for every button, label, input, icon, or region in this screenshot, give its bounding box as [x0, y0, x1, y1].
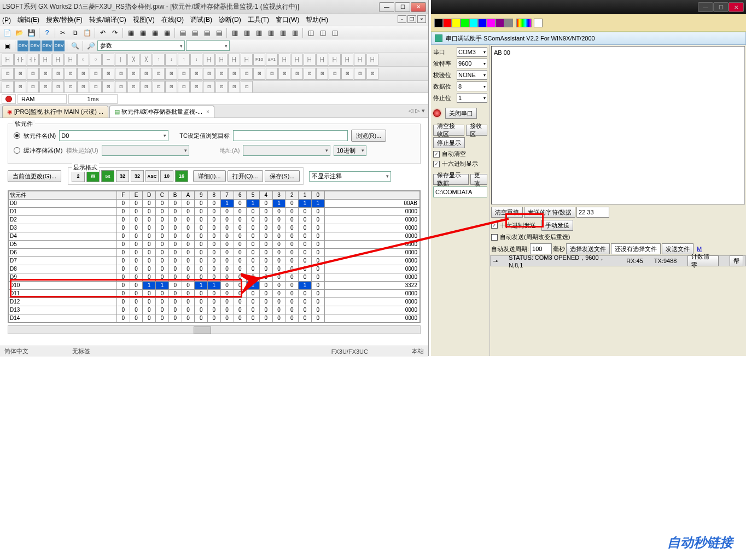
ladder-tool[interactable]: ⊡ — [241, 68, 253, 80]
open-button[interactable]: 打开(Q)... — [228, 170, 263, 182]
ladder-tool[interactable]: ├┤ — [366, 54, 378, 66]
table-row[interactable]: D1100000000000000000000 — [9, 290, 420, 298]
menu-edit[interactable]: 编辑(E) — [18, 15, 39, 25]
auto-send-checkbox[interactable] — [491, 234, 498, 241]
fmt-bit-button[interactable]: bit — [101, 170, 114, 182]
ladder-tool[interactable]: ├┤ — [291, 54, 303, 66]
comment-combo[interactable]: 不显示注释 — [309, 171, 391, 182]
zoom-icon[interactable]: 🔍 — [69, 40, 80, 51]
redo-icon[interactable]: ↷ — [109, 27, 120, 38]
paste-icon[interactable]: 📋 — [81, 27, 92, 38]
table-row[interactable]: D1200000000000000000000 — [9, 298, 420, 306]
table-row[interactable]: D900000000000000000000 — [9, 273, 420, 282]
ladder-tool[interactable]: ⊡ — [115, 81, 127, 93]
color-swatch[interactable] — [434, 19, 443, 27]
ladder-tool[interactable]: ⊡ — [341, 68, 353, 80]
send-file-button[interactable]: 发送文件 — [662, 243, 693, 254]
path-input[interactable]: C:\COMDATA — [433, 186, 487, 197]
dev-icon[interactable]: DEV — [54, 40, 65, 51]
ladder-tool[interactable]: ⊡ — [27, 81, 39, 93]
modify-current-button[interactable]: 当前值更改(G)... — [8, 170, 61, 182]
tool-icon[interactable]: ▤ — [213, 27, 224, 38]
ladder-tool[interactable]: ⊡ — [190, 68, 202, 80]
fmt-2-button[interactable]: 2 — [72, 170, 85, 182]
ladder-tool[interactable]: ⊡ — [165, 81, 177, 93]
tool-icon[interactable]: ▣ — [2, 40, 13, 51]
ladder-tool[interactable]: ⊡ — [278, 68, 290, 80]
ladder-tool[interactable]: ╳ — [140, 54, 152, 66]
fmt-16-button[interactable]: 16 — [175, 170, 188, 182]
dev-icon[interactable]: DEV — [42, 40, 53, 51]
manual-send-button[interactable]: 手动发送 — [541, 220, 573, 231]
hex-send-checkbox[interactable]: ✓ — [491, 222, 498, 229]
maximize-button[interactable]: ☐ — [713, 2, 728, 12]
ladder-tool[interactable]: ⊡ — [102, 68, 114, 80]
ladder-tool[interactable]: ⊡ — [77, 68, 89, 80]
maximize-button[interactable]: ☐ — [395, 2, 410, 12]
send-label-button[interactable]: 发送的字符/数据 — [524, 207, 575, 218]
hex-display-checkbox[interactable]: ✓ — [433, 161, 440, 167]
ladder-tool[interactable]: ⊡ — [354, 68, 366, 80]
ladder-tool[interactable]: ⊡ — [203, 68, 215, 80]
modify-button[interactable]: 更改 — [470, 174, 487, 185]
ladder-tool[interactable]: ├┤ — [316, 54, 328, 66]
ladder-tool[interactable]: ⊡ — [140, 68, 152, 80]
fmt-10-button[interactable]: 10 — [160, 170, 173, 182]
table-row[interactable]: D800000000000000000000 — [9, 265, 420, 273]
menu-online[interactable]: 在线(O) — [161, 15, 184, 25]
param-combo[interactable]: 参数 — [97, 40, 185, 51]
table-row[interactable]: D400000000000000000000 — [9, 232, 420, 241]
ladder-tool[interactable]: ↓ — [190, 54, 202, 66]
color-swatch[interactable] — [443, 19, 452, 27]
save-button[interactable]: 保存(S)... — [265, 170, 300, 182]
ladder-tool[interactable]: ⊡ — [178, 68, 190, 80]
ladder-tool[interactable]: ┤├ — [27, 54, 39, 66]
cut-icon[interactable]: ✂ — [57, 27, 68, 38]
tab-next-icon[interactable]: ▷ — [415, 107, 419, 114]
clear-rx-button[interactable]: 清空接收区 — [433, 125, 464, 136]
ladder-tool[interactable]: ┤├ — [14, 54, 26, 66]
horizontal-scrollbar[interactable] — [8, 325, 421, 334]
ladder-tool[interactable]: ⊡ — [115, 68, 127, 80]
tab-menu-icon[interactable]: ▾ — [422, 107, 425, 114]
baud-combo[interactable]: 9600 — [457, 59, 487, 68]
table-row[interactable]: D0000000001010101100AB — [9, 200, 420, 208]
table-row[interactable]: D200000000000000000000 — [9, 216, 420, 224]
ladder-tool[interactable]: ├┤ — [52, 54, 64, 66]
auto-period-input[interactable]: 100 — [530, 243, 552, 254]
tool-icon[interactable]: ▥ — [253, 27, 264, 38]
radio-buffer[interactable] — [14, 147, 20, 154]
close-port-button[interactable]: 关闭串口 — [445, 108, 477, 119]
ladder-tool[interactable]: ⊡ — [140, 81, 152, 93]
tool-icon[interactable]: ▦ — [149, 27, 160, 38]
ladder-tool[interactable]: ⊡ — [228, 81, 240, 93]
ladder-tool[interactable]: ⊡ — [178, 81, 190, 93]
table-row[interactable]: D1400000000000000000000 — [9, 314, 420, 323]
ladder-tool[interactable]: ⊡ — [165, 68, 177, 80]
ladder-tool[interactable]: ⊡ — [366, 68, 378, 80]
ladder-tool[interactable]: ⊡ — [203, 81, 215, 93]
ladder-tool[interactable]: ├┤ — [39, 54, 51, 66]
mdi-min-button[interactable]: - — [398, 15, 406, 23]
ladder-tool[interactable]: ⊡ — [39, 81, 51, 93]
ladder-tool[interactable]: ⊡ — [153, 81, 165, 93]
ladder-tool[interactable]: ○ — [90, 54, 102, 66]
ladder-tool[interactable]: ├┤ — [278, 54, 290, 66]
tool-icon[interactable]: ▥ — [265, 27, 276, 38]
tool-icon[interactable]: ▥ — [241, 27, 252, 38]
browse-button[interactable]: 浏览(R)... — [351, 130, 386, 142]
menu-diagnose[interactable]: 诊断(D) — [219, 15, 241, 25]
ladder-tool[interactable]: ⊡ — [77, 81, 89, 93]
ladder-tool[interactable]: aF1 — [266, 54, 278, 66]
ladder-tool[interactable]: ○ — [77, 54, 89, 66]
ladder-tool[interactable]: ├┤ — [304, 54, 316, 66]
tab-prev-icon[interactable]: ◁ — [409, 107, 413, 114]
ladder-tool[interactable]: ├┤ — [2, 54, 14, 66]
stop-combo[interactable]: 1 — [457, 93, 487, 103]
color-swatch[interactable] — [469, 19, 478, 27]
device-name-input[interactable]: D0 — [59, 130, 168, 141]
table-row[interactable]: D300000000000000000000 — [9, 224, 420, 232]
menu-window[interactable]: 窗口(W) — [276, 15, 299, 25]
tab-prg-main[interactable]: ◉[PRG]监视 执行中 MAIN (只读) ... — [2, 106, 108, 118]
dev-icon[interactable]: DEV — [30, 40, 40, 51]
